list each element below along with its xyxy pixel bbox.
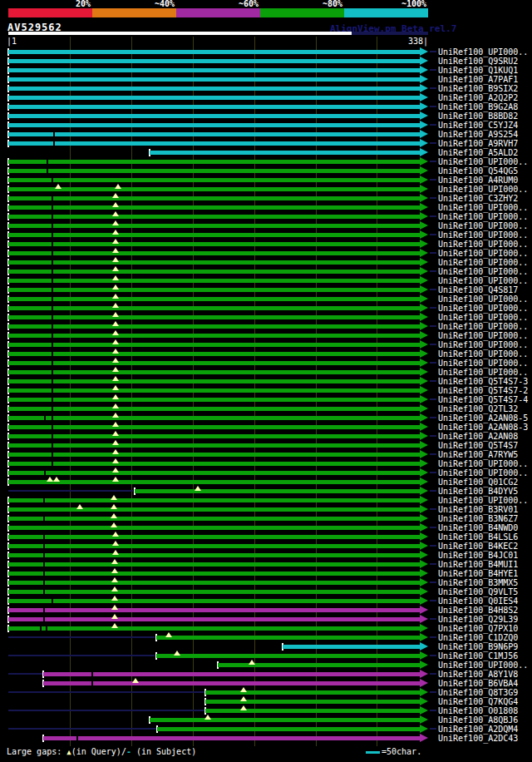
hit-label[interactable]: UniRef100_B4H8S2 [438,606,518,615]
hit-label[interactable]: UniRef100_UPI000.. [438,331,528,340]
hit-bar[interactable] [8,324,420,329]
hit-label[interactable]: UniRef100_UPI000.. [438,47,528,57]
hit-bar[interactable] [8,87,420,91]
hit-label[interactable]: UniRef100_B4NWD0 [438,523,518,532]
hit-bar[interactable] [157,727,420,731]
hit-bar[interactable] [8,507,420,512]
hit-bar[interactable] [8,498,420,502]
hit-bar[interactable] [8,544,420,548]
hit-label[interactable]: UniRef100_UPI000.. [438,240,528,249]
hit-bar[interactable] [135,489,420,493]
hit-label[interactable]: UniRef100_B3RV01 [438,505,518,514]
hit-label[interactable]: UniRef100_B4MUI1 [438,560,518,569]
hit-label[interactable]: UniRef100_UPI000.. [438,249,528,258]
hit-bar[interactable] [205,690,420,695]
hit-bar[interactable] [8,251,420,255]
hit-bar[interactable] [8,562,420,567]
hit-label[interactable]: UniRef100_UPI000.. [438,340,528,349]
hit-label[interactable]: UniRef100_B6VBA4 [438,679,518,688]
hit-label[interactable]: UniRef100_UPI000.. [438,322,528,331]
hit-label[interactable]: UniRef100_Q5T4S7-3 [438,377,528,386]
hit-bar[interactable] [8,370,420,374]
hit-bar[interactable] [8,599,420,603]
hit-bar[interactable] [205,709,420,713]
hit-bar[interactable] [8,160,420,164]
hit-label[interactable]: UniRef100_B9SIX2 [438,84,518,93]
hit-bar[interactable] [283,645,420,649]
hit-label[interactable]: UniRef100_A8QBJ6 [438,715,518,725]
hit-bar[interactable] [8,233,420,237]
hit-label[interactable]: UniRef100_UPI000.. [438,212,528,221]
hit-bar[interactable] [8,68,420,72]
hit-bar[interactable] [8,526,420,530]
hit-label[interactable]: UniRef100_B3N6Z7 [438,514,518,523]
hit-label[interactable]: UniRef100_A2Q2P2 [438,93,518,102]
hit-label[interactable]: UniRef100_B4LSL6 [438,532,518,542]
hit-label[interactable]: UniRef100_UPI000.. [438,157,528,166]
hit-bar[interactable] [8,77,420,82]
hit-label[interactable]: UniRef100_B9N6P9 [438,642,518,651]
hit-bar[interactable] [8,416,420,420]
hit-bar[interactable] [8,398,420,402]
hit-label[interactable]: UniRef100_Q5T4S7-4 [438,395,528,404]
hit-label[interactable]: UniRef100_A4RUM0 [438,176,518,185]
hit-label[interactable]: UniRef100_UPI000.. [438,230,528,240]
hit-label[interactable]: UniRef100_C3ZHY2 [438,194,518,203]
hit-bar[interactable] [156,654,420,658]
hit-label[interactable]: UniRef100_A2AN08-5 [438,413,528,423]
hit-bar[interactable] [8,388,420,393]
hit-label[interactable]: UniRef100_UPI000.. [438,496,528,505]
hit-label[interactable]: UniRef100_A5ALD2 [438,148,518,157]
hit-bar[interactable] [205,700,420,704]
hit-bar[interactable] [8,224,420,228]
hit-label[interactable]: UniRef100_Q8T3G9 [438,688,518,697]
hit-bar[interactable] [43,681,420,685]
hit-label[interactable]: UniRef100_A2DQM4 [438,725,518,734]
hit-label[interactable]: UniRef100_B9G2A8 [438,102,518,111]
hit-bar[interactable] [8,626,420,631]
hit-bar[interactable] [8,260,420,265]
hit-label[interactable]: UniRef100_A7PAF1 [438,75,518,84]
hit-label[interactable]: UniRef100_A2AN08 [438,432,518,441]
hit-label[interactable]: UniRef100_UPI000.. [438,661,528,670]
hit-label[interactable]: UniRef100_UPI000.. [438,294,528,304]
hit-bar[interactable] [8,123,420,127]
hit-label[interactable]: UniRef100_UPI000.. [438,258,528,267]
hit-bar[interactable] [8,105,420,109]
hit-bar[interactable] [8,205,420,210]
hit-bar[interactable] [8,379,420,383]
hit-label[interactable]: UniRef100_Q1KUQ1 [438,66,518,75]
hit-bar[interactable] [8,297,420,301]
hit-bar[interactable] [8,270,420,274]
hit-bar[interactable] [8,535,420,539]
hit-label[interactable]: UniRef100_Q7KQG4 [438,697,518,706]
hit-label[interactable]: UniRef100_Q7PX10 [438,624,518,633]
hit-bar[interactable] [8,215,420,219]
hit-label[interactable]: UniRef100_Q54QG5 [438,166,518,176]
hit-label[interactable]: UniRef100_UPI000.. [438,468,528,477]
hit-label[interactable]: UniRef100_A8Y1V8 [438,670,518,679]
hit-label[interactable]: UniRef100_Q9VLT5 [438,587,518,596]
hit-bar[interactable] [8,434,420,438]
hit-label[interactable]: UniRef100_B4KEC2 [438,542,518,551]
hit-bar[interactable] [8,306,420,310]
hit-bar[interactable] [8,581,420,585]
hit-bar[interactable] [8,169,420,173]
hit-label[interactable]: UniRef100_UPI000.. [438,313,528,322]
hit-bar[interactable] [8,590,420,594]
hit-label[interactable]: UniRef100_Q0IES4 [438,596,518,606]
hit-bar[interactable] [43,672,420,676]
hit-bar[interactable] [8,114,420,118]
hit-label[interactable]: UniRef100_Q01CG2 [438,477,518,487]
hit-bar[interactable] [8,608,420,612]
hit-label[interactable]: UniRef100_B4DYV5 [438,487,518,496]
hit-label[interactable]: UniRef100_UPI000.. [438,203,528,212]
hit-label[interactable]: UniRef100_UPI000.. [438,459,528,468]
hit-bar[interactable] [8,279,420,283]
hit-label[interactable]: UniRef100_A9RVH7 [438,139,518,148]
hit-label[interactable]: UniRef100_O01808 [438,706,518,715]
hit-label[interactable]: UniRef100_Q2TL32 [438,404,518,413]
hit-bar[interactable] [8,471,420,475]
hit-bar[interactable] [156,636,420,640]
hit-bar[interactable] [8,361,420,365]
